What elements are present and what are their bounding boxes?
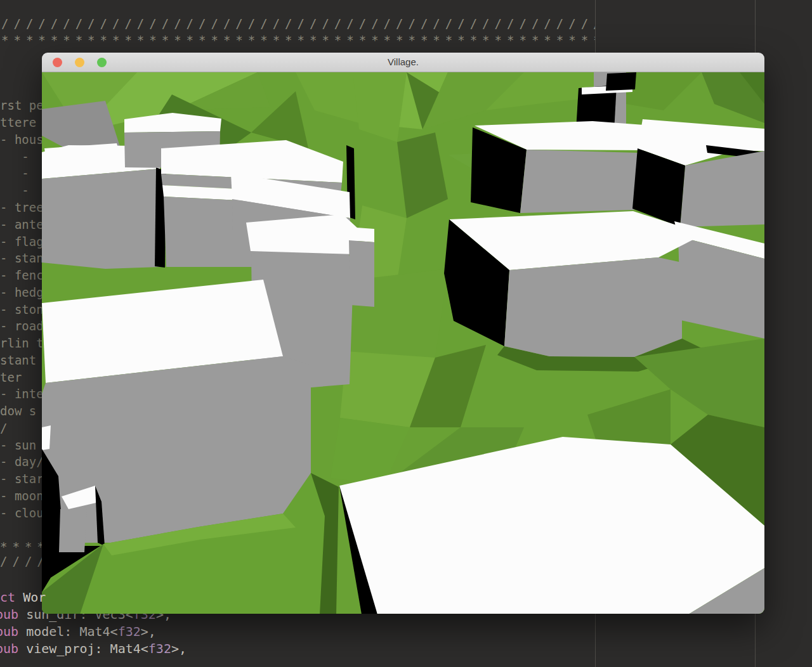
editor-token: - sun: [0, 438, 36, 452]
editor-token: - road: [0, 319, 44, 333]
editor-token: - ante: [0, 217, 44, 231]
editor-line: - star: [0, 472, 44, 486]
editor-line: - ston: [0, 302, 44, 316]
house-wall: [504, 257, 682, 357]
editor-token: Wor: [15, 590, 46, 605]
tower-cap: [606, 72, 636, 91]
editor-token: -: [0, 166, 29, 180]
editor-line: -: [0, 183, 29, 197]
editor-token: ttere: [0, 115, 36, 129]
editor-line: rst pe: [0, 98, 44, 112]
editor-line: pub view_proj: Mat4<f32>,: [0, 642, 187, 656]
editor-token: - clou: [0, 506, 44, 520]
editor-line: rlin t: [0, 336, 44, 350]
editor-token: - star: [0, 472, 44, 486]
house-wall: [520, 150, 638, 213]
editor-line: - flag: [0, 235, 44, 249]
house-wall: [349, 240, 374, 307]
editor-line: - fenc: [0, 268, 44, 282]
editor-token: -: [0, 183, 29, 197]
editor-line: ter: [0, 370, 22, 384]
editor-line: - day/: [0, 455, 44, 469]
editor-line: -: [0, 150, 29, 164]
editor-line: - sun: [0, 438, 36, 452]
editor-token: - moon: [0, 489, 44, 503]
editor-token: - day/: [0, 455, 44, 469]
editor-line: ****************************************…: [1, 33, 595, 47]
editor-token: - stan: [0, 251, 44, 265]
editor-line: - tree: [0, 200, 44, 214]
editor-line: - stan: [0, 251, 44, 265]
editor-token: - hous: [0, 133, 44, 146]
editor-line: stant: [0, 353, 36, 367]
editor-token: >,: [171, 641, 187, 656]
village-app-window[interactable]: Village.: [42, 53, 764, 614]
editor-token: ct: [0, 590, 15, 605]
editor-line: ct Wor: [0, 590, 46, 604]
window-title: Village.: [42, 53, 764, 72]
editor-token: - hedg: [0, 285, 44, 299]
editor-token: dow s: [0, 404, 36, 418]
editor-token: - tree: [0, 200, 44, 214]
editor-token: /: [0, 421, 7, 435]
house-roof: [348, 227, 374, 242]
editor-line: - ante: [0, 217, 44, 231]
editor-line: - inte: [0, 387, 44, 401]
editor-token: ****************************************…: [1, 33, 595, 47]
editor-token: model: Mat4<: [18, 624, 118, 639]
editor-token: f32: [148, 641, 171, 656]
window-title-bar[interactable]: Village.: [42, 53, 764, 72]
editor-line: - moon: [0, 489, 44, 503]
editor-line: - road: [0, 319, 44, 333]
editor-line: ////////////////////////////////////////…: [1, 16, 595, 30]
editor-token: ter: [0, 370, 22, 384]
editor-line: - clou: [0, 506, 44, 520]
editor-line: -: [0, 166, 29, 180]
house-wall: [42, 169, 160, 269]
editor-token: pub: [0, 641, 18, 656]
editor-token: view_proj: Mat4<: [18, 641, 148, 656]
editor-token: pub: [0, 624, 18, 639]
house-roof: [42, 425, 51, 450]
editor-token: - ston: [0, 302, 44, 316]
editor-token: - flag: [0, 235, 44, 249]
house-wall: [59, 507, 87, 552]
editor-token: - inte: [0, 387, 44, 401]
editor-line: dow s: [0, 404, 36, 418]
editor-token: >,: [141, 624, 156, 639]
editor-token: rst pe: [0, 98, 44, 112]
editor-line: ttere: [0, 115, 36, 129]
editor-token: stant: [0, 353, 36, 367]
editor-token: pub: [0, 607, 18, 622]
editor-token: ////////////////////////////////////////…: [1, 16, 595, 30]
editor-token: - fenc: [0, 268, 44, 282]
editor-line: - hedg: [0, 285, 44, 299]
editor-line: pub model: Mat4<f32>,: [0, 625, 156, 638]
editor-token: rlin t: [0, 336, 44, 350]
editor-line: - hous: [0, 133, 44, 146]
editor-line: /: [0, 421, 7, 435]
village-3d-viewport[interactable]: [42, 72, 764, 614]
editor-token: f32: [118, 624, 141, 639]
editor-token: -: [0, 150, 29, 164]
